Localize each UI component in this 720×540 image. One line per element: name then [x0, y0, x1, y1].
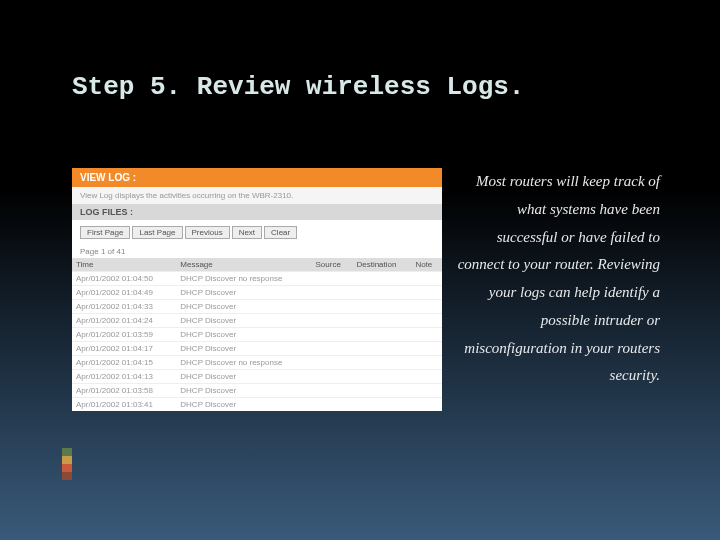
accent-strip	[62, 448, 72, 480]
log-table: Time Message Source Destination Note Apr…	[72, 258, 442, 411]
cell-message: DHCP Discover	[176, 384, 311, 398]
table-row: Apr/01/2002 01:04:17DHCP Discover	[72, 342, 442, 356]
log-files-header: LOG FILES :	[72, 204, 442, 220]
router-log-screenshot: VIEW LOG : View Log displays the activit…	[72, 168, 442, 411]
cell-destination	[352, 300, 411, 314]
table-row: Apr/01/2002 01:03:58DHCP Discover	[72, 384, 442, 398]
cell-time: Apr/01/2002 01:04:24	[72, 314, 176, 328]
cell-destination	[352, 342, 411, 356]
first-page-button[interactable]: First Page	[80, 226, 130, 239]
log-subtext: View Log displays the activities occurri…	[72, 187, 442, 204]
cell-time: Apr/01/2002 01:04:15	[72, 356, 176, 370]
col-note: Note	[411, 258, 442, 272]
cell-time: Apr/01/2002 01:04:33	[72, 300, 176, 314]
page-info: Page 1 of 41	[72, 245, 442, 258]
cell-message: DHCP Discover no response	[176, 356, 311, 370]
table-row: Apr/01/2002 01:04:24DHCP Discover	[72, 314, 442, 328]
cell-source	[311, 398, 352, 412]
last-page-button[interactable]: Last Page	[132, 226, 182, 239]
previous-button[interactable]: Previous	[185, 226, 230, 239]
cell-message: DHCP Discover	[176, 300, 311, 314]
cell-destination	[352, 370, 411, 384]
log-header: VIEW LOG :	[72, 168, 442, 187]
cell-note	[411, 314, 442, 328]
cell-message: DHCP Discover	[176, 398, 311, 412]
log-toolbar: First Page Last Page Previous Next Clear	[72, 220, 442, 245]
cell-source	[311, 286, 352, 300]
slide-title: Step 5. Review wireless Logs.	[72, 72, 524, 102]
col-source: Source	[311, 258, 352, 272]
next-button[interactable]: Next	[232, 226, 262, 239]
cell-time: Apr/01/2002 01:03:58	[72, 384, 176, 398]
cell-message: DHCP Discover	[176, 370, 311, 384]
table-row: Apr/01/2002 01:04:15DHCP Discover no res…	[72, 356, 442, 370]
table-row: Apr/01/2002 01:03:59DHCP Discover	[72, 328, 442, 342]
cell-note	[411, 398, 442, 412]
cell-time: Apr/01/2002 01:03:41	[72, 398, 176, 412]
cell-message: DHCP Discover no response	[176, 272, 311, 286]
cell-time: Apr/01/2002 01:04:49	[72, 286, 176, 300]
cell-time: Apr/01/2002 01:04:50	[72, 272, 176, 286]
cell-destination	[352, 328, 411, 342]
col-destination: Destination	[352, 258, 411, 272]
cell-destination	[352, 286, 411, 300]
table-row: Apr/01/2002 01:04:50DHCP Discover no res…	[72, 272, 442, 286]
cell-note	[411, 286, 442, 300]
cell-destination	[352, 272, 411, 286]
cell-destination	[352, 314, 411, 328]
cell-source	[311, 356, 352, 370]
cell-note	[411, 342, 442, 356]
cell-note	[411, 272, 442, 286]
col-message: Message	[176, 258, 311, 272]
cell-time: Apr/01/2002 01:03:59	[72, 328, 176, 342]
body-paragraph: Most routers will keep track of what sys…	[454, 168, 660, 411]
table-row: Apr/01/2002 01:04:33DHCP Discover	[72, 300, 442, 314]
cell-message: DHCP Discover	[176, 328, 311, 342]
cell-note	[411, 356, 442, 370]
cell-message: DHCP Discover	[176, 342, 311, 356]
table-row: Apr/01/2002 01:04:49DHCP Discover	[72, 286, 442, 300]
cell-note	[411, 370, 442, 384]
cell-time: Apr/01/2002 01:04:13	[72, 370, 176, 384]
cell-source	[311, 300, 352, 314]
cell-source	[311, 370, 352, 384]
cell-source	[311, 314, 352, 328]
clear-button[interactable]: Clear	[264, 226, 297, 239]
cell-destination	[352, 384, 411, 398]
cell-time: Apr/01/2002 01:04:17	[72, 342, 176, 356]
cell-note	[411, 384, 442, 398]
cell-source	[311, 342, 352, 356]
cell-source	[311, 328, 352, 342]
cell-note	[411, 328, 442, 342]
cell-destination	[352, 398, 411, 412]
cell-message: DHCP Discover	[176, 286, 311, 300]
cell-source	[311, 272, 352, 286]
cell-destination	[352, 356, 411, 370]
cell-message: DHCP Discover	[176, 314, 311, 328]
table-row: Apr/01/2002 01:03:41DHCP Discover	[72, 398, 442, 412]
col-time: Time	[72, 258, 176, 272]
table-row: Apr/01/2002 01:04:13DHCP Discover	[72, 370, 442, 384]
cell-note	[411, 300, 442, 314]
cell-source	[311, 384, 352, 398]
